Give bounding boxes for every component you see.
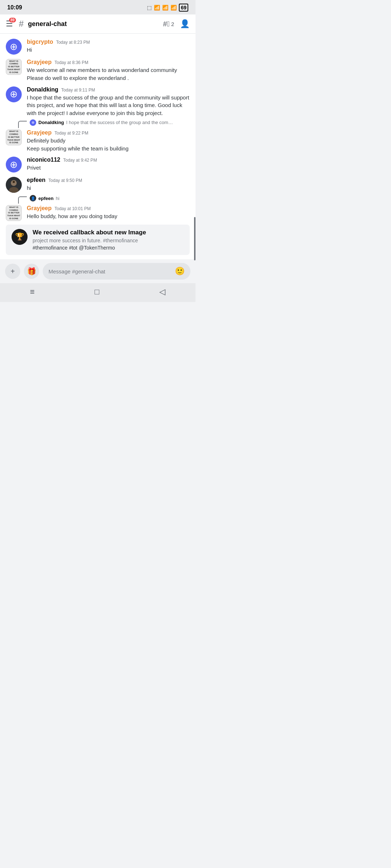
reply-block: ⊕ Donaldking I hope that the success of … [0,119,196,128]
message-text: Hello buddy, how are you doing today [27,212,190,220]
plus-icon: + [10,267,15,276]
reply-avatar: ⊕ [30,119,36,126]
discord-mini-icon: ⊕ [31,120,34,124]
message-with-reply: ⊕ Donaldking I hope that the success of … [0,119,196,155]
message-content: Grayjeep Today at 9:22 PM Definitely bud… [27,129,190,153]
status-icons: ⬚ 📶 📶 📶 69 [147,4,188,12]
navigation-bar: ≡ □ ◁ [0,283,196,302]
nav-home-button[interactable]: □ [94,287,99,297]
threads-button[interactable]: #⃣ 2 [163,20,174,28]
message-content: niconico112 Today at 9:42 PM Privet [27,157,190,172]
message-header: Grayjeep Today at 10:01 PM [27,205,190,212]
timestamp: Today at 10:01 PM [54,206,91,211]
avatar: ⊕ [6,86,22,102]
notification-main-text: We received callback about new Image [33,229,184,236]
scrollbar-thumb[interactable] [194,217,196,260]
message-header: niconico112 Today at 9:42 PM [27,157,190,163]
message-row: WHAT ISCOMINGIS BETTERTHAN WHATIS GONE G… [0,57,196,84]
message-content: Donaldking Today at 9:11 PM I hope that … [27,86,190,117]
reply-text: I hope that the success of the group and… [66,120,175,125]
message-input-bar: + 🎁 Message #general-chat 🙂 [0,259,196,283]
message-row: ⊕ bigcrypto Today at 8:23 PM Hi [0,37,196,57]
message-row: ⊕ Donaldking Today at 9:11 PM I hope tha… [0,84,196,119]
username[interactable]: Grayjeep [27,205,51,212]
message-row: epfeen Today at 9:50 PM hi [0,175,196,195]
avatar [6,177,22,193]
epfeen-avatar-svg [6,177,22,193]
emoji-button[interactable]: 🙂 [175,267,185,276]
reply-username: epfeen [38,196,54,201]
avatar: WHAT ISCOMINGIS BETTERTHAN WHATIS GONE [6,205,22,221]
username[interactable]: epfeen [27,177,46,183]
notification-badge: 89 [9,18,16,22]
discord-logo-icon: ⊕ [10,41,18,52]
avatar: WHAT ISCOMINGIS BETTERTHAN WHATIS GONE [6,59,22,75]
channel-hash: # [19,19,24,29]
username[interactable]: Donaldking [27,86,58,93]
message-header: Grayjeep Today at 8:36 PM [27,59,190,65]
reply-avatar: 👤 [30,195,36,201]
svg-point-3 [13,181,15,183]
notification-hashtags: #thermofinance #tot @TokenThermo [33,245,184,251]
message-content: bigcrypto Today at 8:23 PM Hi [27,39,190,54]
notification-content: We received callback about new Image pro… [33,229,184,251]
message-content: Grayjeep Today at 8:36 PM We welcome all… [27,59,190,82]
message-text: Privet [27,164,190,172]
message-row: WHAT ISCOMINGIS BETTERTHAN WHATIS GONE G… [0,205,196,223]
battery-indicator: 69 [179,4,188,12]
avatar: 🏆 [12,229,28,245]
screenshot-icon: ⬚ [147,5,152,10]
message-header: epfeen Today at 9:50 PM [27,177,190,183]
message-row: ⊕ niconico112 Today at 9:42 PM Privet [0,154,196,175]
timestamp: Today at 8:23 PM [56,40,90,45]
gift-button[interactable]: 🎁 [24,264,39,279]
reply-block: 👤 epfeen hi [0,195,196,204]
username[interactable]: bigcrypto [27,39,53,45]
nav-menu-button[interactable]: ≡ [30,287,35,297]
message-input-field[interactable]: Message #general-chat 🙂 [43,263,190,280]
members-icon[interactable]: 👤 [180,19,190,29]
reply-line [18,196,27,204]
app-root: 10:09 ⬚ 📶 📶 📶 69 ☰ 89 # general-chat #⃣ … [0,0,196,302]
gift-icon: 🎁 [27,267,36,276]
reply-line [18,121,27,128]
header-icons: #⃣ 2 👤 [163,19,190,29]
message-text: We welcome all new members to ariva wond… [27,66,190,82]
notification-sub-text: project more success in future. #thermof… [33,238,184,243]
message-text: hi [27,184,190,192]
message-content: epfeen Today at 9:50 PM hi [27,177,190,192]
message-content: Grayjeep Today at 10:01 PM Hello buddy, … [27,205,190,220]
signal-icon2: 📶 [171,5,177,10]
username[interactable]: niconico112 [27,157,60,163]
message-header: Grayjeep Today at 9:22 PM [27,129,190,136]
username[interactable]: Grayjeep [27,129,51,136]
grayjeep-avatar-text: WHAT ISCOMINGIS BETTERTHAN WHATIS GONE [7,206,20,220]
avatar: ⊕ [6,39,22,55]
message-with-reply: 👤 epfeen hi WHAT ISCOMINGIS BETTERTHAN W… [0,195,196,223]
notification-card: 🏆 We received callback about new Image p… [6,225,190,255]
message-header: bigcrypto Today at 8:23 PM [27,39,190,45]
discord-logo-icon: ⊕ [10,89,18,100]
hamburger-menu[interactable]: ☰ 89 [6,20,13,28]
timestamp: Today at 9:22 PM [54,131,88,136]
status-time: 10:09 [7,4,22,11]
timestamp: Today at 9:42 PM [63,158,97,163]
grayjeep-avatar-text: WHAT ISCOMINGIS BETTERTHAN WHATIS GONE [7,130,20,144]
nav-back-button[interactable]: ◁ [159,287,165,297]
messages-list: ⊕ bigcrypto Today at 8:23 PM Hi WHAT ISC… [0,34,196,259]
message-header: Donaldking Today at 9:11 PM [27,86,190,93]
svg-text:🏆: 🏆 [15,232,24,241]
thread-count: 2 [171,21,174,27]
timestamp: Today at 9:11 PM [61,88,95,93]
reply-username: Donaldking [38,120,64,125]
channel-header: ☰ 89 # general-chat #⃣ 2 👤 [0,14,196,34]
username[interactable]: Grayjeep [27,59,51,65]
avatar: WHAT ISCOMINGIS BETTERTHAN WHATIS GONE [6,129,22,145]
grayjeep-avatar-text: WHAT ISCOMINGIS BETTERTHAN WHATIS GONE [7,60,20,74]
timestamp: Today at 8:36 PM [54,60,88,65]
status-bar: 10:09 ⬚ 📶 📶 📶 69 [0,0,196,14]
reply-content: ⊕ Donaldking I hope that the success of … [30,119,196,126]
avatar: ⊕ [6,157,22,173]
message-text: Hi [27,46,190,54]
add-button[interactable]: + [5,264,20,279]
